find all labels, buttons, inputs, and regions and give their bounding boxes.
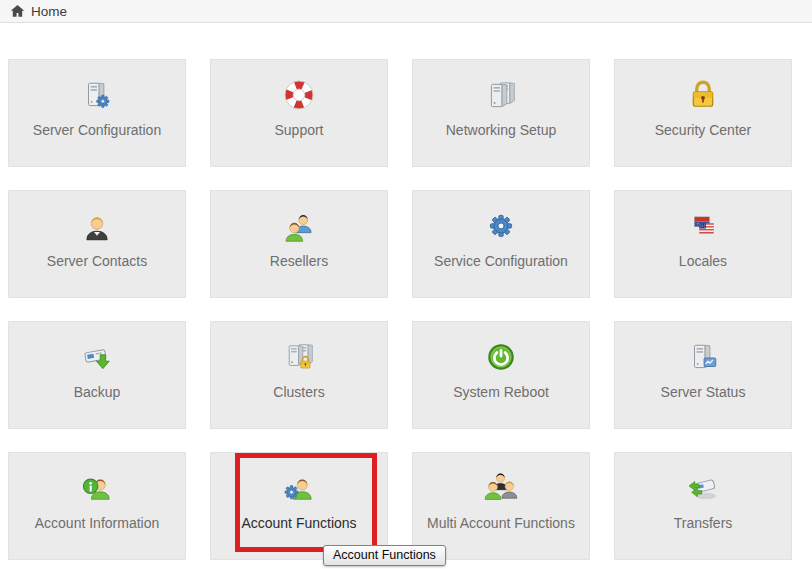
- tile-label: Service Configuration: [434, 253, 568, 269]
- breadcrumb-home[interactable]: Home: [31, 4, 67, 19]
- tile-resellers[interactable]: Resellers: [210, 190, 388, 298]
- tile-label: Account Functions: [241, 515, 356, 531]
- resellers-icon: [282, 210, 316, 244]
- multi-account-functions-icon: [484, 472, 518, 506]
- tile-label: Backup: [74, 384, 121, 400]
- support-icon: [282, 79, 316, 113]
- tile-support[interactable]: Support: [210, 59, 388, 167]
- tile-label: Server Configuration: [33, 122, 161, 138]
- backup-icon: [80, 341, 114, 375]
- security-center-icon: [686, 79, 720, 113]
- tile-server-contacts[interactable]: Server Contacts: [8, 190, 186, 298]
- tile-backup[interactable]: Backup: [8, 321, 186, 429]
- tile-label: Multi Account Functions: [427, 515, 575, 531]
- tile-label: Security Center: [655, 122, 751, 138]
- tile-multi-account-functions[interactable]: Multi Account Functions: [412, 452, 590, 560]
- tile-label: Support: [274, 122, 323, 138]
- account-information-icon: [80, 472, 114, 506]
- tile-label: Server Contacts: [47, 253, 147, 269]
- tile-label: Server Status: [661, 384, 746, 400]
- tile-networking-setup[interactable]: Networking Setup: [412, 59, 590, 167]
- breadcrumb: Home: [0, 0, 812, 23]
- service-configuration-icon: [484, 210, 518, 244]
- tile-clusters[interactable]: Clusters: [210, 321, 388, 429]
- home-tile-grid: Server Configuration Support Networking …: [8, 59, 792, 560]
- tile-server-status[interactable]: Server Status: [614, 321, 792, 429]
- tile-security-center[interactable]: Security Center: [614, 59, 792, 167]
- locales-icon: [686, 210, 720, 244]
- clusters-icon: [282, 341, 316, 375]
- transfers-icon: [686, 472, 720, 506]
- tile-service-configuration[interactable]: Service Configuration: [412, 190, 590, 298]
- tile-label: System Reboot: [453, 384, 549, 400]
- tile-label: Resellers: [270, 253, 328, 269]
- tile-label: Account Information: [35, 515, 160, 531]
- account-functions-icon: [282, 472, 316, 506]
- server-status-icon: [686, 341, 720, 375]
- tooltip: Account Functions: [323, 545, 446, 566]
- tile-label: Transfers: [674, 515, 733, 531]
- tile-label: Clusters: [273, 384, 324, 400]
- tile-locales[interactable]: Locales: [614, 190, 792, 298]
- tile-transfers[interactable]: Transfers: [614, 452, 792, 560]
- networking-setup-icon: [484, 79, 518, 113]
- tile-label: Networking Setup: [446, 122, 557, 138]
- tile-system-reboot[interactable]: System Reboot: [412, 321, 590, 429]
- server-configuration-icon: [80, 79, 114, 113]
- server-contacts-icon: [80, 210, 114, 244]
- tile-server-configuration[interactable]: Server Configuration: [8, 59, 186, 167]
- tile-label: Locales: [679, 253, 727, 269]
- tile-account-information[interactable]: Account Information: [8, 452, 186, 560]
- tile-account-functions[interactable]: Account Functions: [210, 452, 388, 560]
- home-icon: [10, 4, 25, 18]
- system-reboot-icon: [484, 341, 518, 375]
